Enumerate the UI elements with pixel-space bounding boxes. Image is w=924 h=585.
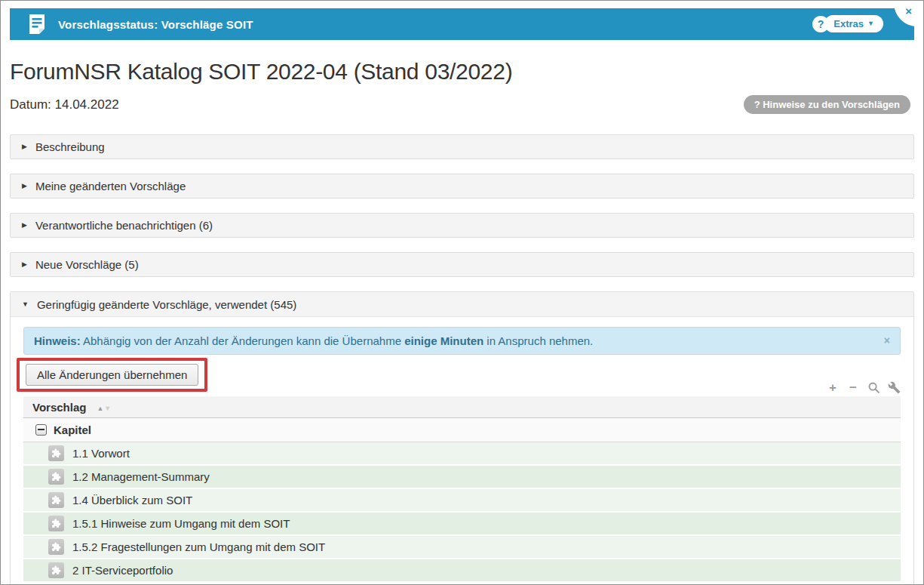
info-notice: Hinweis: Abhängig von der Anzahl der Änd… bbox=[23, 327, 901, 355]
section-panel: Hinweis: Abhängig von der Anzahl der Änd… bbox=[11, 317, 913, 585]
section-geringfuegig-geaenderte-vorschlaege: ▼ Geringfügig geänderte Vorschläge, verw… bbox=[10, 291, 914, 585]
chevron-right-icon: ▶ bbox=[22, 183, 27, 189]
notice-text: Hinweis: Abhängig von der Anzahl der Änd… bbox=[34, 334, 875, 347]
section-geringfuegig-header[interactable]: ▼ Geringfügig geänderte Vorschläge, verw… bbox=[11, 292, 913, 317]
table-row[interactable]: 1.1 Vorwort bbox=[23, 442, 901, 466]
chevron-down-icon: ▼ bbox=[867, 20, 874, 27]
close-button[interactable]: × bbox=[894, 3, 917, 26]
date-row: Datum: 14.04.2022 ? Hinweise zu den Vors… bbox=[10, 95, 910, 114]
apply-all-changes-button[interactable]: Alle Änderungen übernehmen bbox=[26, 364, 198, 386]
table-row[interactable]: 1.4 Überblick zum SOIT bbox=[23, 489, 901, 513]
minus-icon[interactable]: − bbox=[846, 380, 860, 394]
sort-desc-icon: ▼ bbox=[104, 405, 112, 412]
search-icon[interactable] bbox=[867, 380, 880, 394]
plus-icon[interactable]: + bbox=[826, 380, 840, 394]
accordion: ▶ Beschreibung ▶ Meine geänderten Vorsch… bbox=[10, 134, 914, 585]
column-header-vorschlag[interactable]: Vorschlag ▲▼ bbox=[23, 396, 901, 418]
puzzle-icon bbox=[48, 516, 64, 531]
group-row-kapitel: Kapitel bbox=[23, 418, 901, 442]
close-icon: × bbox=[905, 5, 912, 17]
extras-button[interactable]: Extras ▼ bbox=[824, 15, 883, 32]
table-toolbar: + − bbox=[826, 380, 901, 394]
dialog-title: Vorschlagsstatus: Vorschläge SOIT bbox=[58, 18, 253, 31]
chevron-right-icon: ▶ bbox=[22, 143, 27, 150]
puzzle-icon bbox=[48, 445, 64, 461]
section-meine-geaenderten-vorschlaege[interactable]: ▶ Meine geänderten Vorschläge bbox=[10, 174, 914, 199]
puzzle-icon bbox=[48, 492, 64, 508]
sort-icons: ▲▼ bbox=[97, 400, 112, 414]
date-label: Datum: 14.04.2022 bbox=[10, 97, 119, 112]
hints-badge[interactable]: ? Hinweise zu den Vorschlägen bbox=[744, 95, 910, 114]
section-beschreibung[interactable]: ▶ Beschreibung bbox=[10, 134, 914, 159]
chevron-right-icon: ▶ bbox=[22, 222, 27, 229]
proposals-table: Vorschlag ▲▼ Kapitel 1.1 Vorwort 1.2 Man… bbox=[23, 396, 901, 583]
page-title: ForumNSR Katalog SOIT 2022-04 (Stand 03/… bbox=[10, 59, 914, 85]
question-icon: ? bbox=[818, 18, 824, 30]
dialog-header: Vorschlagsstatus: Vorschläge SOIT ? Extr… bbox=[10, 8, 914, 40]
section-neue-vorschlaege[interactable]: ▶ Neue Vorschläge (5) bbox=[10, 252, 914, 277]
annotation-highlight: Alle Änderungen übernehmen bbox=[17, 358, 207, 392]
table-row[interactable]: 2 IT-Serviceportfolio bbox=[23, 559, 901, 583]
app-window: Vorschlagsstatus: Vorschläge SOIT ? Extr… bbox=[0, 0, 924, 585]
puzzle-icon bbox=[48, 562, 64, 578]
chevron-right-icon: ▶ bbox=[22, 261, 27, 268]
table-row[interactable]: 1.5.1 Hinweise zum Umgang mit dem SOIT bbox=[23, 513, 901, 536]
wrench-icon[interactable] bbox=[887, 380, 901, 394]
table-row[interactable]: 1.5.2 Fragestellungen zum Umgang mit dem… bbox=[23, 536, 901, 559]
sort-asc-icon: ▲ bbox=[97, 405, 104, 412]
puzzle-icon bbox=[48, 539, 64, 555]
section-verantwortliche-benachrichtigen[interactable]: ▶ Verantwortliche benachrichtigen (6) bbox=[10, 213, 914, 238]
collapse-group-icon[interactable] bbox=[35, 424, 47, 436]
table-row[interactable]: 1.2 Management-Summary bbox=[23, 466, 901, 489]
notice-close-icon[interactable]: × bbox=[884, 334, 890, 346]
document-icon bbox=[28, 14, 46, 35]
chevron-down-icon: ▼ bbox=[22, 301, 29, 308]
extras-label: Extras bbox=[833, 18, 864, 29]
puzzle-icon bbox=[48, 469, 64, 485]
